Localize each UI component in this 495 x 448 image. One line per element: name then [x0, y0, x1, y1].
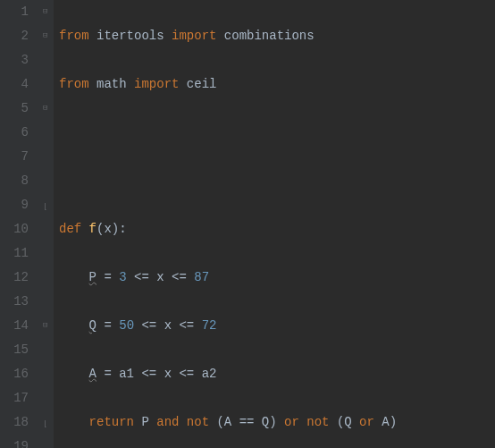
function-name: f [89, 222, 96, 236]
keyword: or not [284, 415, 337, 429]
code-line[interactable]: Q = 50 <= x <= 72 [59, 314, 495, 338]
number: 3 [119, 270, 126, 284]
line-number: 4 [0, 72, 29, 97]
fold-end-icon[interactable]: ⌊ [43, 204, 51, 212]
line-number: 9 [0, 193, 29, 217]
fold-icon[interactable]: ⊟ [43, 32, 51, 40]
line-number: 11 [0, 241, 29, 266]
identifier: ceil [187, 77, 217, 91]
keyword: def [59, 222, 89, 236]
line-number: 18 [0, 410, 29, 435]
identifier: math [96, 77, 134, 91]
line-number: 19 [0, 435, 29, 448]
code-line[interactable]: from itertools import combinations [59, 24, 495, 48]
number: 72 [202, 318, 217, 333]
keyword: from [59, 77, 96, 91]
line-number: 2 [0, 24, 29, 48]
line-number: 3 [0, 48, 29, 72]
fold-gutter: ⊟ ⊟ ⊟ ⌊ ⊟ ⌊ [41, 0, 54, 448]
keyword: return [89, 415, 142, 429]
keyword: and not [156, 415, 216, 429]
line-number: 17 [0, 386, 29, 410]
code-line[interactable] [59, 121, 495, 145]
code-line[interactable]: from math import ceil [59, 72, 495, 97]
keyword: import [134, 77, 187, 91]
variable: Q [89, 318, 96, 333]
line-number: 15 [0, 338, 29, 362]
code-line[interactable]: return P and not (A == Q) or not (Q or A… [59, 410, 495, 435]
line-number: 13 [0, 290, 29, 314]
code-line[interactable]: A = a1 <= x <= a2 [59, 362, 495, 386]
variable: A [89, 367, 96, 381]
code-line[interactable] [59, 169, 495, 193]
keyword: from [59, 29, 96, 43]
identifier: combinations [224, 29, 315, 43]
identifier: itertools [96, 29, 172, 43]
number: 50 [119, 318, 134, 333]
keyword: or [359, 415, 382, 429]
line-number: 7 [0, 145, 29, 169]
line-number: 1 [0, 0, 29, 24]
line-number: 16 [0, 362, 29, 386]
keyword: import [172, 29, 224, 43]
variable: P [89, 270, 96, 284]
line-number: 14 [0, 314, 29, 338]
line-number: 12 [0, 266, 29, 290]
line-number-gutter: 1 2 3 4 5 6 7 8 9 10 11 12 13 14 15 16 1… [0, 0, 41, 448]
line-number: 6 [0, 121, 29, 145]
fold-end-icon[interactable]: ⌊ [43, 421, 51, 429]
code-line[interactable]: P = 3 <= x <= 87 [59, 266, 495, 290]
line-number: 10 [0, 217, 29, 241]
code-line[interactable]: def f(x): [59, 217, 495, 241]
number: 87 [194, 270, 209, 284]
code-editor[interactable]: from itertools import combinations from … [54, 0, 495, 448]
params: (x): [96, 222, 127, 236]
fold-icon[interactable]: ⊟ [43, 322, 51, 330]
line-number: 5 [0, 97, 29, 121]
fold-icon[interactable]: ⊟ [43, 8, 51, 16]
line-number: 8 [0, 169, 29, 193]
fold-icon[interactable]: ⊟ [43, 105, 51, 113]
